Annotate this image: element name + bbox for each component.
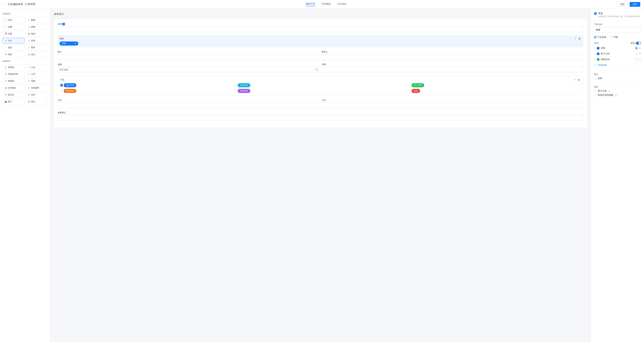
control-multi-choice[interactable]: ☑ 多选 [26, 38, 48, 43]
tab-field-rules[interactable]: 字段规则 [321, 2, 331, 6]
product-checkbox-other[interactable] [408, 90, 411, 92]
option-radio-marketing[interactable] [635, 58, 638, 61]
option-remove-referral[interactable]: ✕ [639, 52, 641, 55]
notes-input[interactable] [58, 115, 583, 121]
product-checkbox-pm[interactable] [60, 84, 63, 86]
formula-input[interactable] [58, 102, 319, 108]
contact-input[interactable] [322, 54, 583, 60]
control-signature[interactable]: ✍ 签名 [26, 99, 48, 104]
back-arrow-icon: ← [4, 3, 6, 6]
control-relation[interactable]: ⊟ 关联表 [2, 64, 24, 70]
type-info: 单选 从预设的下拉菜单中选择一项，可设为将选项平铺 [598, 12, 640, 18]
control-text-combo[interactable]: ▦ 文本组合 [2, 85, 24, 91]
control-relation-field[interactable]: ⊞ 关联表字段 [2, 71, 24, 77]
hide-on-create-help-icon[interactable]: ? [615, 94, 617, 96]
required-checkbox[interactable] [594, 77, 596, 80]
control-phone[interactable]: ☎ 电话 [26, 31, 48, 37]
hide-on-create-checkbox[interactable] [594, 94, 596, 96]
tab-edit-fields[interactable]: 编辑字段 [306, 2, 315, 6]
option-radio-referral[interactable] [635, 52, 638, 55]
name-input[interactable] [58, 26, 583, 32]
product-tag-perm[interactable]: 权限管理 [238, 89, 250, 93]
product-tag-cm[interactable]: 客户管理 [412, 83, 424, 87]
option-remove-marketing[interactable]: ✕ [639, 58, 641, 61]
amount-input[interactable] [58, 67, 319, 72]
user-readonly-help-icon[interactable]: ? [608, 90, 610, 92]
field-name-input[interactable] [594, 27, 641, 33]
product-tag-other[interactable]: 其他 [412, 89, 420, 93]
option-radio-official[interactable] [635, 47, 638, 49]
multi-choice-icon: ☑ [28, 39, 30, 42]
control-formula[interactable]: Σ 公式 [26, 71, 48, 77]
product-tag-km[interactable]: 知识管理 [238, 83, 250, 87]
color-toggle-switch[interactable] [636, 42, 641, 44]
display-flat-option[interactable]: 平铺 [610, 36, 618, 39]
display-flat-radio[interactable] [610, 36, 612, 38]
dropdown-chevron-icon: ▾ [75, 42, 76, 45]
control-signature-label: 签名 [31, 100, 35, 103]
user-readonly-checkbox[interactable] [594, 90, 596, 92]
product-checkbox-km[interactable] [234, 84, 237, 86]
source-field-delete-btn[interactable]: 🗑 [578, 37, 581, 40]
product-tag-pm[interactable]: 项目管理 [64, 83, 76, 87]
control-email[interactable]: ✉ 邮箱 [26, 24, 48, 30]
product-field-block: 产品 T 🗑 项目管理 知识管理 [58, 75, 583, 96]
drag-handle-referral[interactable]: ⠿ [594, 53, 596, 55]
control-amount[interactable]: ¥ 金额 [2, 24, 24, 30]
number-icon: 6 [28, 19, 30, 21]
source-dropdown[interactable]: 官网 ▾ [60, 41, 78, 45]
control-text[interactable]: A 文本 [2, 17, 24, 23]
control-grade-label: 等级 [31, 80, 35, 82]
text-combo-icon: ▦ [4, 87, 7, 89]
control-phone-label: 电话 [31, 32, 35, 35]
summary-input[interactable] [322, 102, 583, 108]
control-grade[interactable]: ★ 等级 [26, 78, 48, 84]
date-input[interactable] [322, 67, 583, 72]
close-button[interactable]: 关闭 [617, 2, 628, 7]
back-button[interactable]: ← [4, 3, 6, 6]
product-field-text-btn[interactable]: T [573, 78, 576, 81]
name-label: 名称 T [58, 23, 583, 25]
advanced-controls-grid: ⊟ 关联表 ◇ 汇总 ⊞ 关联表字段 Σ 公式 ☑ 检查框 ★ 等级 [2, 64, 48, 104]
save-button[interactable]: 保存 [630, 2, 640, 7]
control-member[interactable]: ○ 成员 [2, 45, 24, 50]
control-summary[interactable]: ◇ 汇总 [26, 64, 48, 70]
control-number[interactable]: 6 数值 [26, 17, 48, 23]
color-toggle: 彩色 [631, 42, 641, 44]
control-date[interactable]: 📅 日期 [2, 31, 24, 37]
add-option-label: + 添加选项 [597, 64, 606, 66]
control-rich-text[interactable]: AT 富文本 [2, 92, 24, 98]
control-department[interactable]: 👥 部门 [2, 99, 24, 104]
product-checkbox-perm[interactable] [234, 90, 237, 92]
tab-publish[interactable]: 公开发布 [337, 2, 346, 6]
option-remove-official[interactable]: ✕ [639, 47, 641, 49]
control-auto-number[interactable]: # 自动编号 [26, 85, 48, 91]
product-item-pm: 项目管理 [60, 83, 233, 87]
control-single-choice[interactable]: ● 单选 [2, 38, 24, 43]
required-row: 必填 [594, 77, 641, 80]
control-location[interactable]: ◉ 定位 [26, 52, 48, 57]
formula-icon: Σ [28, 73, 30, 75]
source-field-text-btn[interactable]: T [574, 37, 577, 40]
drag-handle-official[interactable]: ⠿ [594, 47, 596, 49]
product-item-km: 知识管理 [234, 83, 407, 87]
product-field-delete-btn[interactable]: 🗑 [577, 78, 580, 81]
attachment-icon: ∞ [28, 46, 30, 49]
product-tag-backup[interactable]: 数据备份 [64, 89, 76, 93]
center-panel: 表单设计 名称 T 来源 T 🗑 [50, 9, 591, 342]
control-id-card[interactable]: ID 证件 [26, 92, 48, 98]
customer-input[interactable] [58, 54, 319, 60]
product-checkbox-cm[interactable] [408, 84, 411, 86]
drag-handle-marketing[interactable]: ⠿ [594, 58, 596, 60]
control-attachment[interactable]: ∞ 附件 [26, 45, 48, 50]
control-region[interactable]: 🗺 地区 [2, 52, 24, 57]
display-dropdown-radio[interactable] [594, 36, 596, 38]
add-option-button[interactable]: ＋ + 添加选项 [594, 63, 641, 67]
form-card: 名称 T 来源 T 🗑 官网 ▾ [54, 19, 587, 127]
option-item-marketing: ⠿ 营销活动 ✕ [594, 57, 641, 61]
display-dropdown-option[interactable]: 下拉菜单 [594, 36, 606, 39]
control-email-label: 邮箱 [31, 25, 35, 28]
control-checkbox[interactable]: ☑ 检查框 [2, 78, 24, 84]
relation-icon: ⊟ [4, 66, 7, 68]
product-checkbox-backup[interactable] [60, 90, 63, 92]
